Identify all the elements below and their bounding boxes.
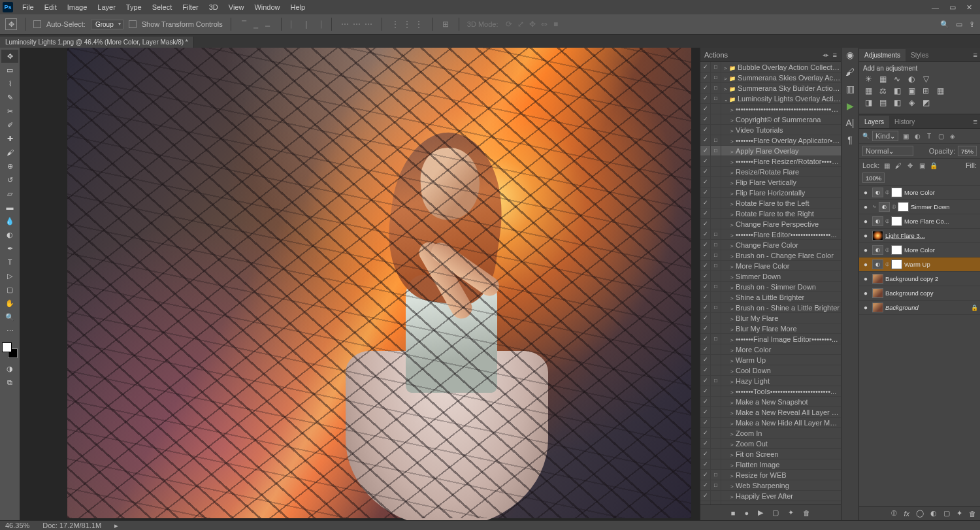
action-dialog-icon[interactable]: [711, 271, 721, 281]
3d-zoom-icon[interactable]: ■: [551, 19, 561, 29]
auto-align-icon[interactable]: ⊞: [440, 19, 451, 29]
action-row[interactable]: ✓□⌄📁Luminosity Lights Overlay Action Col…: [700, 93, 841, 104]
action-row[interactable]: ✓□>Apply Flare Overlay: [700, 146, 841, 156]
collapsed-histogram-icon[interactable]: ▥: [844, 83, 856, 95]
action-dialog-icon[interactable]: [711, 386, 721, 396]
action-check-icon[interactable]: ✓: [700, 344, 711, 354]
action-check-icon[interactable]: ✓: [700, 177, 711, 187]
collapsed-char-icon[interactable]: A|: [844, 117, 856, 129]
status-zoom[interactable]: 46.35%: [5, 522, 29, 529]
action-dialog-icon[interactable]: [711, 313, 721, 323]
action-check-icon[interactable]: ✓: [700, 292, 711, 302]
layer-name[interactable]: Background copy: [885, 290, 978, 297]
align-right-icon[interactable]: ⎹: [313, 19, 323, 29]
lock-artboard-icon[interactable]: ▣: [917, 161, 926, 170]
dist-vcenter-icon[interactable]: ⋯: [351, 19, 362, 29]
transform-checkbox[interactable]: [129, 20, 137, 28]
canvas-area[interactable]: [20, 48, 700, 520]
healing-tool[interactable]: ✚: [1, 132, 18, 145]
collapsed-play-icon[interactable]: ▶: [844, 100, 856, 112]
action-check-icon[interactable]: ✓: [700, 135, 711, 145]
layer-name[interactable]: Background copy 2: [885, 275, 978, 282]
action-dialog-icon[interactable]: □: [711, 261, 721, 271]
filter-type-icon[interactable]: T: [924, 131, 934, 141]
action-check-icon[interactable]: ✓: [700, 125, 711, 135]
layers-tab[interactable]: Layers: [859, 116, 889, 128]
color-swatch[interactable]: [2, 342, 18, 358]
action-row[interactable]: ✓>••••••••••••••••••••••••••••••••••••••…: [700, 104, 841, 114]
filter-smart-icon[interactable]: ◈: [948, 131, 957, 141]
action-row[interactable]: ✓>Rotate Flare to the Left: [700, 198, 841, 208]
action-dialog-icon[interactable]: □: [711, 480, 721, 490]
visibility-icon[interactable]: ●: [861, 290, 870, 297]
action-row[interactable]: ✓>Video Tutorials: [700, 125, 841, 135]
action-row[interactable]: ✓>Flip Flare Horizontally: [700, 188, 841, 198]
adj-selective-icon[interactable]: ◩: [921, 98, 931, 107]
layers-menu-icon[interactable]: ≡: [971, 115, 980, 128]
adj-balance-icon[interactable]: ⚖: [877, 86, 888, 95]
menu-file[interactable]: File: [17, 1, 39, 13]
action-check-icon[interactable]: ✓: [700, 93, 711, 103]
path-select-tool[interactable]: ▷: [1, 269, 18, 282]
status-caret-icon[interactable]: ▸: [114, 522, 118, 530]
3d-orbit-icon[interactable]: ⟳: [504, 19, 514, 29]
action-row[interactable]: ✓>Happily Ever After: [700, 491, 841, 501]
action-dialog-icon[interactable]: □: [711, 240, 721, 250]
menu-type[interactable]: Type: [121, 1, 147, 13]
lasso-tool[interactable]: ⌇: [1, 77, 18, 90]
action-dialog-icon[interactable]: □: [711, 229, 721, 239]
layer-mask-icon[interactable]: ◯: [916, 509, 924, 518]
action-dialog-icon[interactable]: [711, 459, 721, 469]
action-check-icon[interactable]: ✓: [700, 261, 711, 271]
layer-name[interactable]: Warm Up: [904, 261, 978, 268]
dist-hcenter-icon[interactable]: ⋮: [402, 19, 412, 29]
layer-adj-icon[interactable]: ◐: [930, 509, 937, 518]
stamp-tool[interactable]: ⊕: [1, 159, 18, 173]
layer-row[interactable]: ●Background🔒: [859, 301, 980, 315]
action-check-icon[interactable]: ✓: [700, 355, 711, 365]
menu-layer[interactable]: Layer: [92, 1, 121, 13]
close-icon[interactable]: ✕: [966, 3, 972, 12]
action-dialog-icon[interactable]: [711, 418, 721, 427]
action-dialog-icon[interactable]: [711, 323, 721, 333]
layer-row[interactable]: ●◐⦷More Color: [859, 243, 980, 257]
fill-input[interactable]: 100%: [862, 173, 885, 183]
action-check-icon[interactable]: ✓: [700, 83, 711, 93]
action-row[interactable]: ✓>Simmer Down: [700, 271, 841, 282]
action-check-icon[interactable]: ✓: [700, 491, 711, 501]
adj-bw-icon[interactable]: ◧: [892, 86, 902, 95]
adj-levels-icon[interactable]: ▦: [877, 75, 888, 84]
filter-pixel-icon[interactable]: ▣: [901, 131, 910, 141]
action-row[interactable]: ✓□>Brush on - Shine a Little Brighter: [700, 303, 841, 313]
action-row[interactable]: ✓>Warm Up: [700, 355, 841, 365]
layer-row[interactable]: ●Light Flare 3...: [859, 229, 980, 243]
action-row[interactable]: ✓□>Change Flare Color: [700, 240, 841, 250]
action-dialog-icon[interactable]: [711, 491, 721, 501]
visibility-icon[interactable]: ●: [861, 218, 870, 225]
action-dialog-icon[interactable]: [711, 428, 721, 438]
action-check-icon[interactable]: ✓: [700, 208, 711, 218]
visibility-icon[interactable]: ●: [861, 261, 870, 268]
action-row[interactable]: ✓>Flatten Image: [700, 459, 841, 470]
current-tool-icon[interactable]: ✥: [5, 18, 17, 30]
action-row[interactable]: ✓□>📁Summerana Skies Overlay Action Coll.…: [700, 73, 841, 83]
action-dialog-icon[interactable]: □: [711, 93, 721, 103]
action-check-icon[interactable]: ✓: [700, 219, 711, 229]
action-check-icon[interactable]: ✓: [700, 271, 711, 281]
zoom-tool[interactable]: 🔍: [1, 310, 18, 323]
action-dialog-icon[interactable]: [711, 208, 721, 218]
align-left-icon[interactable]: ⎸: [289, 19, 300, 29]
action-row[interactable]: ✓>Flip Flare Vertically: [700, 177, 841, 188]
3d-pan-icon[interactable]: ✥: [527, 19, 538, 29]
action-check-icon[interactable]: ✓: [700, 480, 711, 490]
menu-help[interactable]: Help: [286, 1, 311, 13]
action-delete-icon[interactable]: 🗑: [803, 509, 810, 517]
adj-mixer-icon[interactable]: ⊞: [921, 86, 931, 95]
action-check-icon[interactable]: ✓: [700, 449, 711, 459]
arrange-icon[interactable]: ▭: [956, 20, 962, 29]
action-check-icon[interactable]: ✓: [700, 323, 711, 333]
layer-row[interactable]: ●Background copy: [859, 286, 980, 301]
action-row[interactable]: ✓□>•••••••Flare Overlay Applicator••••••…: [700, 135, 841, 146]
adj-gradmap-icon[interactable]: ◈: [906, 98, 917, 107]
menu-select[interactable]: Select: [147, 1, 178, 13]
